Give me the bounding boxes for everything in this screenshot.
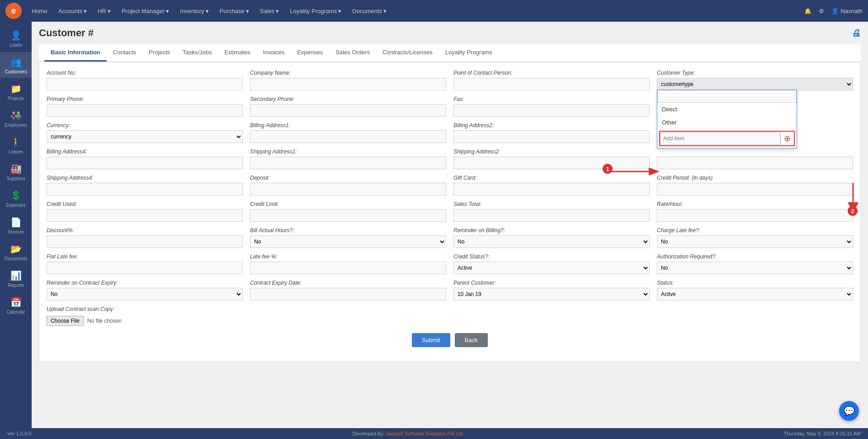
sidebar-item-suppliers[interactable]: 🏭 Suppliers xyxy=(0,159,32,185)
submit-button[interactable]: Submit xyxy=(412,333,450,347)
customer-type-dropdown: Direct Other ⊕ xyxy=(657,90,797,148)
tab-invoices[interactable]: Invoices xyxy=(256,44,291,62)
nav-loyality[interactable]: Loyality Programs ▾ xyxy=(285,5,346,17)
sidebar-item-projects[interactable]: 📁 Projects xyxy=(0,79,32,105)
company-name-group: Company Name: xyxy=(250,70,446,91)
nav-sales[interactable]: Sales ▾ xyxy=(255,5,284,17)
sidebar-item-reports[interactable]: 📊 Reports xyxy=(0,266,32,291)
nav-documents[interactable]: Documents ▾ xyxy=(348,5,391,17)
sidebar-item-documents[interactable]: 📂 Documents xyxy=(0,239,32,265)
rate-hour-label: Rate/Hour: xyxy=(657,201,853,207)
reminder-contract-select[interactable]: No xyxy=(47,288,243,301)
sidebar-item-leads[interactable]: 👤 Leads xyxy=(0,25,32,51)
secondary-phone-input[interactable] xyxy=(250,104,446,117)
nav-hr[interactable]: HR ▾ xyxy=(93,5,115,17)
sidebar-item-customers[interactable]: 👥 Customers xyxy=(0,52,32,78)
nav-accounts[interactable]: Accounts ▾ xyxy=(54,5,91,17)
nav-purchase[interactable]: Purchase ▾ xyxy=(215,5,254,17)
add-item-button[interactable]: ⊕ xyxy=(780,132,794,145)
sidebar-item-invoices[interactable]: 📄 Invoices xyxy=(0,212,32,238)
reminder-billing-select[interactable]: No xyxy=(453,235,650,248)
tab-estimates[interactable]: Estimates xyxy=(218,44,256,62)
flat-late-fee-input[interactable] xyxy=(47,262,243,274)
company-name-input[interactable] xyxy=(250,78,446,91)
billing-address2-input[interactable] xyxy=(453,130,650,143)
tab-sales-orders[interactable]: Sales Orders xyxy=(329,44,376,62)
billing-address4-label: Billing Address4: xyxy=(47,148,243,155)
primary-phone-input[interactable] xyxy=(47,104,243,117)
billing-address1-input[interactable] xyxy=(250,130,446,143)
back-button[interactable]: Back xyxy=(455,333,488,347)
nav-project-manager[interactable]: Project Manager ▾ xyxy=(117,5,174,17)
contract-expiry-date-input[interactable] xyxy=(250,288,446,301)
shipping-address1-label: Shipping Address1: xyxy=(250,148,446,155)
charge-late-fee-select[interactable]: No xyxy=(657,235,853,248)
customer-type-search[interactable] xyxy=(657,90,797,103)
add-item-row: ⊕ xyxy=(659,131,795,146)
account-no-input[interactable] xyxy=(47,78,243,91)
discount-input[interactable] xyxy=(47,235,243,248)
late-fee-pct-input[interactable] xyxy=(250,262,446,274)
auth-required-label: Authorization Required?: xyxy=(657,253,853,260)
late-fee-pct-group: Late fee %: xyxy=(250,253,446,274)
sidebar-item-employees[interactable]: 👫 Employees xyxy=(0,105,32,131)
auth-required-select[interactable]: No xyxy=(657,262,853,274)
nav-home[interactable]: Home xyxy=(27,5,52,17)
user-menu[interactable]: 👤 Navnath xyxy=(831,8,863,14)
shipping-state-input[interactable] xyxy=(657,157,853,169)
shipping-address2-label: Shipping Address2: xyxy=(453,148,650,155)
fax-input[interactable] xyxy=(453,104,650,117)
tab-projects[interactable]: Projects xyxy=(142,44,176,62)
rate-hour-input[interactable] xyxy=(657,209,853,222)
add-item-input[interactable] xyxy=(660,132,780,145)
billing-address2-label: Billing Address2: xyxy=(453,122,650,129)
currency-select[interactable]: currency xyxy=(47,130,243,143)
credit-used-input[interactable] xyxy=(47,209,243,222)
shipping-address2-group: Shipping Address2: xyxy=(453,148,650,169)
parent-customer-select[interactable]: 10 Jan 19 xyxy=(453,288,650,301)
credit-limit-input[interactable] xyxy=(250,209,446,222)
nav-right: 🔔 ⚙ 👤 Navnath xyxy=(804,8,863,14)
tab-tasks-jobs[interactable]: Tasks/Jobs xyxy=(176,44,218,62)
customer-type-select[interactable]: customertype xyxy=(657,78,853,91)
shipping-address4-input[interactable] xyxy=(47,183,243,196)
billing-address4-input[interactable] xyxy=(47,157,243,169)
notification-icon[interactable]: 🔔 xyxy=(804,8,811,14)
flat-late-fee-group: Flat Late fee: xyxy=(47,253,243,274)
choose-file-button[interactable]: Choose File xyxy=(47,316,84,326)
nav-inventory[interactable]: Inventory ▾ xyxy=(175,5,213,17)
sales-total-input[interactable] xyxy=(453,209,650,222)
tab-basic-information[interactable]: Basic Information xyxy=(44,44,107,62)
tab-expenses[interactable]: Expenses xyxy=(291,44,329,62)
sidebar-item-calendar[interactable]: 📅 Calendar xyxy=(0,292,32,318)
poc-input[interactable] xyxy=(453,78,650,91)
customer-type-option-direct[interactable]: Direct xyxy=(657,103,797,116)
secondary-phone-group: Secondary Phone: xyxy=(250,96,446,117)
credit-status-select[interactable]: Active xyxy=(453,262,650,274)
settings-icon[interactable]: ⚙ xyxy=(819,8,824,14)
sidebar-item-leaves[interactable]: 🚶 Leaves xyxy=(0,132,32,158)
print-icon[interactable]: 🖨 xyxy=(852,28,861,38)
shipping-address1-input[interactable] xyxy=(250,157,446,169)
late-fee-pct-label: Late fee %: xyxy=(250,253,446,260)
credit-period-input[interactable] xyxy=(657,183,853,196)
status-select[interactable]: Active xyxy=(657,288,853,301)
primary-phone-group: Primary Phone: xyxy=(47,96,243,117)
footer: Ver 1.0.0.0 Developed By: Sanmol Softwar… xyxy=(0,428,868,439)
no-file-text: No file chosen xyxy=(87,318,122,324)
bill-actual-hours-label: Bill Actual Hours?: xyxy=(250,227,446,234)
bill-actual-hours-select[interactable]: No xyxy=(250,235,446,248)
gift-card-input[interactable] xyxy=(453,183,650,196)
customer-type-option-other[interactable]: Other xyxy=(657,116,797,129)
sidebar-item-expenses[interactable]: 💲 Expenses xyxy=(0,186,32,211)
discount-label: Discount%: xyxy=(47,227,243,234)
tab-contracts-licenses[interactable]: Contracts/Licenses xyxy=(376,44,439,62)
tab-contacts[interactable]: Contacts xyxy=(107,44,142,62)
deposit-input[interactable] xyxy=(250,183,446,196)
status-group: Status: Active xyxy=(657,280,853,301)
tab-loyality-programs[interactable]: Loyality Programs xyxy=(439,44,499,62)
app-logo: e xyxy=(5,3,22,19)
shipping-address2-input[interactable] xyxy=(453,157,650,169)
documents-icon: 📂 xyxy=(10,243,22,254)
chat-bubble[interactable]: 💬 xyxy=(839,401,859,421)
